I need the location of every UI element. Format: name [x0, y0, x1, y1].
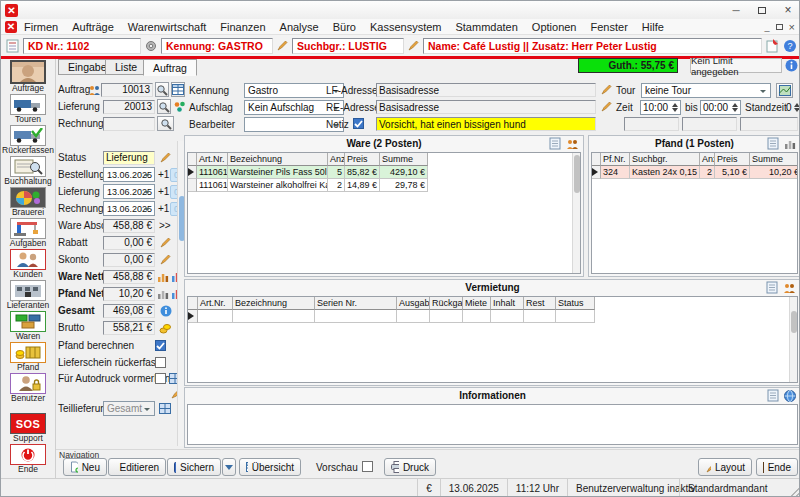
ware-col-anz[interactable]: Anz. — [328, 153, 345, 166]
lieferdatum-plus1-label[interactable]: +1 — [158, 186, 170, 197]
sidebar-item-buchhaltung[interactable]: Buchhaltung — [1, 156, 55, 186]
informationen-globe-icon[interactable] — [784, 390, 796, 402]
ware-cell[interactable]: 429,10 € — [380, 166, 428, 179]
customer-number-field[interactable]: KD Nr.: 1102 — [23, 38, 141, 54]
lieferung-number-field[interactable]: 20013 — [103, 100, 155, 114]
vermietung-col[interactable]: Status — [556, 297, 595, 310]
ware-cell[interactable]: 5 — [328, 166, 345, 179]
sichern-button[interactable]: Sichern — [167, 458, 221, 476]
ende-button[interactable]: Ende — [756, 458, 798, 476]
druck-button[interactable]: Druck — [384, 458, 436, 476]
sidebar-item-kunden[interactable]: Kunden — [1, 249, 55, 279]
layout-button[interactable]: Layout — [698, 458, 752, 476]
ware-col-preis[interactable]: Preis — [345, 153, 380, 166]
vermietung-col[interactable]: Miete — [463, 297, 491, 310]
pfand-col-suchbgr[interactable]: Suchbgr. — [630, 153, 700, 166]
vermietung-scrollbar[interactable] — [789, 297, 797, 382]
ware-cell[interactable]: 85,82 € — [345, 166, 380, 179]
mdi-minimize-button[interactable]: _ — [765, 22, 770, 32]
brutto-coins-icon[interactable] — [157, 320, 174, 335]
zeit-bis-spinner[interactable]: 00:00 — [700, 100, 741, 115]
rabatt-pencil-icon[interactable] — [157, 235, 174, 250]
sidebar-item-brauerei[interactable]: Brauerei — [1, 187, 55, 217]
maximize-button[interactable] — [749, 1, 775, 19]
ware-scrollbar[interactable] — [572, 153, 580, 273]
rechnungsdatum-plus1-label[interactable]: +1 — [158, 203, 170, 214]
vermietung-group-icon[interactable] — [783, 282, 796, 294]
customer-name-field[interactable]: Name: Café Lustig || Zusatz: Herr Peter … — [423, 38, 762, 54]
autodruck-checkbox[interactable] — [155, 373, 166, 384]
close-button[interactable]: × — [775, 1, 800, 19]
lieferung-status-dots-icon[interactable] — [173, 99, 186, 114]
vermietung-col[interactable]: Serien Nr. — [315, 297, 397, 310]
ware-cell[interactable]: 14,89 € — [345, 179, 380, 192]
skonto-pencil-icon[interactable] — [157, 252, 174, 267]
pfand-col-anz[interactable]: Anz. — [700, 153, 715, 166]
rechnung-search-button[interactable] — [157, 116, 174, 131]
sidebar-item-rueckerfassen[interactable]: Rückerfassen — [1, 125, 55, 155]
pfand-row-selector[interactable] — [592, 166, 601, 179]
ware-group-icon[interactable] — [566, 138, 579, 150]
ware-cell[interactable]: Warsteiner Pils Fass 50l — [228, 166, 328, 179]
menu-analyse[interactable]: Analyse — [273, 21, 326, 33]
edit-kennung-pencil-icon[interactable] — [276, 39, 289, 52]
tab-liste[interactable]: Liste — [105, 59, 147, 75]
pfand-cell[interactable]: 5,10 € — [715, 166, 750, 179]
sidebar-item-ende[interactable]: Ende — [1, 444, 55, 474]
notiz-checkbox[interactable] — [353, 118, 364, 129]
editieren-button[interactable]: Editieren — [108, 458, 166, 476]
teillieferung-select[interactable]: Gesamt — [103, 401, 155, 416]
zeit-von-spinner[interactable]: 10:00 — [640, 100, 681, 115]
skonto-field[interactable]: 0,00 € — [103, 253, 155, 267]
bestellung-plus1-label[interactable]: +1 — [158, 169, 170, 180]
menu-finanzen[interactable]: Finanzen — [213, 21, 272, 33]
customer-suchbegriff-field[interactable]: Suchbgr.: LUSTIG — [292, 38, 404, 54]
menu-stammdaten[interactable]: Stammdaten — [448, 21, 524, 33]
vermietung-col[interactable]: Inhalt — [491, 297, 524, 310]
re-adresse-pencil-icon[interactable] — [600, 100, 613, 113]
gear-icon[interactable] — [144, 39, 158, 53]
lieferschein-checkbox[interactable] — [155, 357, 166, 368]
lf-adresse-pencil-icon[interactable] — [600, 83, 613, 96]
sidebar-item-support[interactable]: SOS Support — [1, 413, 55, 443]
vermietung-col[interactable]: Rest — [524, 297, 556, 310]
sidebar-item-pfand[interactable]: Pfand — [1, 342, 55, 372]
menu-hilfe[interactable]: Hilfe — [635, 21, 671, 33]
menu-optionen[interactable]: Optionen — [525, 21, 584, 33]
menu-auftraege[interactable]: Aufträge — [65, 21, 121, 33]
menu-kassensystem[interactable]: Kassensystem — [363, 21, 449, 33]
re-adresse-field[interactable]: Basisadresse — [376, 100, 596, 114]
vermietung-col[interactable]: Art.Nr. — [198, 297, 233, 310]
customer-notes-icon[interactable] — [5, 38, 20, 53]
help-icon[interactable]: ? — [783, 39, 797, 53]
pfand-col-preis[interactable]: Preis — [715, 153, 750, 166]
lieferdatum-date-select[interactable]: 13.06.2025 — [103, 184, 155, 199]
minimize-button[interactable]: ─ — [723, 1, 749, 19]
pfand-cell[interactable]: 2 — [700, 166, 715, 179]
sidebar-item-lieferanten[interactable]: Lieferanten — [1, 280, 55, 310]
sidebar-item-touren[interactable]: Touren — [1, 94, 55, 124]
pfand-berechnen-checkbox[interactable] — [155, 340, 166, 351]
bestellung-date-select[interactable]: 13.06.2025 — [103, 167, 155, 182]
limit-info-icon[interactable] — [785, 59, 798, 72]
pfand-cell[interactable]: 324 — [601, 166, 630, 179]
vermietung-col[interactable]: Rückgabe — [430, 297, 463, 310]
vermietung-note-icon[interactable] — [766, 281, 778, 294]
ware-netto-chart-icon[interactable] — [157, 271, 169, 283]
status-pencil-icon[interactable] — [157, 150, 174, 165]
gesamt-info-icon[interactable] — [157, 303, 174, 318]
sidebar-item-aufgaben[interactable]: Aufgaben — [1, 218, 55, 248]
menu-fenster[interactable]: Fenster — [584, 21, 635, 33]
lieferung-search-button[interactable] — [157, 99, 171, 114]
vorschau-checkbox[interactable] — [362, 461, 373, 472]
menu-warenwirtschaft[interactable]: Warenwirtschaft — [121, 21, 213, 33]
uebersicht-button[interactable]: Übersicht — [239, 458, 301, 476]
informationen-note-icon[interactable] — [767, 389, 779, 402]
ware-cell[interactable]: 11106102 — [197, 179, 228, 192]
notiz-field[interactable]: Vorsicht, hat einen bissigen hund — [376, 117, 596, 131]
ware-col-summe[interactable]: Summe — [380, 153, 428, 166]
neu-button[interactable]: Neu — [63, 458, 107, 476]
pfand-netto-chart-icon[interactable] — [157, 288, 169, 300]
pfand-cell[interactable]: 10,20 € — [750, 166, 798, 179]
order-customers-icon[interactable] — [88, 84, 101, 96]
